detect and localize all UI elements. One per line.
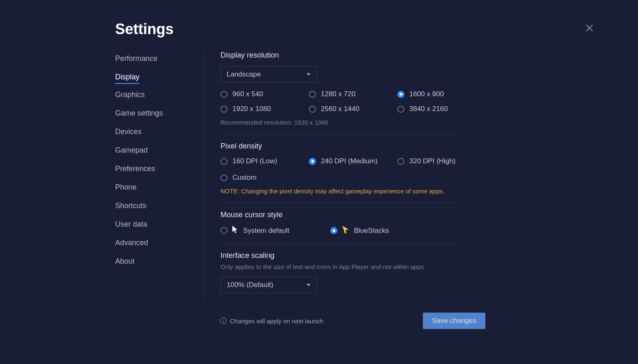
radio-label: 2560 x 1440 xyxy=(321,105,360,113)
radio-label: 1600 x 900 xyxy=(409,90,444,98)
divider xyxy=(220,134,456,134)
radio-icon xyxy=(309,106,316,113)
scaling-section-title: Interface scaling xyxy=(220,251,456,260)
footer-note: i Changes will apply on next launch xyxy=(220,318,323,325)
radio-icon xyxy=(220,106,227,113)
sidebar-item-graphics[interactable]: Graphics xyxy=(115,87,145,102)
sidebar: Performance Display Graphics Game settin… xyxy=(115,51,205,301)
radio-label: 960 x 540 xyxy=(232,90,263,98)
radio-label: 3840 x 2160 xyxy=(409,105,448,113)
radio-label: 320 DPI (High) xyxy=(409,157,455,165)
radio-label: BlueStacks xyxy=(354,227,389,235)
sidebar-item-game-settings[interactable]: Game settings xyxy=(115,106,163,121)
resolution-option-960x540[interactable]: 960 x 540 xyxy=(220,90,309,98)
sidebar-item-advanced[interactable]: Advanced xyxy=(115,235,148,250)
sidebar-item-user-data[interactable]: User data xyxy=(115,217,147,232)
recommended-resolution-hint: Recommended resolution: 1920 x 1080 xyxy=(220,119,456,126)
chevron-down-icon xyxy=(306,284,311,286)
radio-label: 160 DPI (Low) xyxy=(232,157,277,165)
density-option-custom[interactable]: Custom xyxy=(220,174,309,182)
cursor-section-title: Mouse cursor style xyxy=(220,211,456,219)
bluestacks-cursor-icon xyxy=(342,226,349,235)
radio-icon xyxy=(220,174,227,181)
resolution-option-1280x720[interactable]: 1280 x 720 xyxy=(309,90,397,98)
sidebar-item-performance[interactable]: Performance xyxy=(115,51,158,66)
radio-label: 1920 x 1080 xyxy=(232,105,271,113)
scaling-subtitle: Only applies to the size of text and ico… xyxy=(220,263,456,270)
radio-icon xyxy=(397,91,404,98)
info-icon: i xyxy=(220,318,227,324)
resolution-option-1600x900[interactable]: 1600 x 900 xyxy=(397,90,486,98)
sidebar-item-preferences[interactable]: Preferences xyxy=(115,161,155,176)
sidebar-item-phone[interactable]: Phone xyxy=(115,180,137,195)
orientation-selected-value: Landscape xyxy=(227,70,261,79)
resolution-section-title: Display resolution xyxy=(220,51,456,60)
resolution-option-1920x1080[interactable]: 1920 x 1080 xyxy=(220,105,309,113)
cursor-option-bluestacks[interactable]: BlueStacks xyxy=(330,226,389,235)
resolution-option-3840x2160[interactable]: 3840 x 2160 xyxy=(397,105,486,113)
radio-icon xyxy=(309,91,316,98)
divider xyxy=(220,203,456,203)
pixel-density-section-title: Pixel density xyxy=(220,142,456,151)
scaling-selected-value: 100% (Default) xyxy=(227,281,273,289)
density-option-320[interactable]: 320 DPI (High) xyxy=(397,157,486,165)
divider xyxy=(220,243,456,244)
sidebar-item-gamepad[interactable]: Gamepad xyxy=(115,143,148,158)
radio-icon xyxy=(397,106,404,113)
cursor-option-system-default[interactable]: System default xyxy=(220,226,289,235)
radio-icon xyxy=(220,158,227,165)
radio-label: 1280 x 720 xyxy=(321,90,355,98)
orientation-select[interactable]: Landscape xyxy=(220,66,317,83)
radio-label: Custom xyxy=(232,174,257,182)
sidebar-item-display[interactable]: Display xyxy=(115,70,139,84)
sidebar-item-shortcuts[interactable]: Shortcuts xyxy=(115,198,146,213)
chevron-down-icon xyxy=(306,73,311,76)
radio-icon xyxy=(397,158,404,165)
system-cursor-icon xyxy=(232,226,238,235)
radio-icon xyxy=(309,158,316,165)
radio-icon xyxy=(330,227,337,234)
footer-note-text: Changes will apply on next launch xyxy=(230,318,323,325)
density-option-240[interactable]: 240 DPI (Medium) xyxy=(309,157,397,165)
sidebar-item-devices[interactable]: Devices xyxy=(115,124,142,139)
save-changes-button[interactable]: Save changes xyxy=(423,313,485,329)
scaling-select[interactable]: 100% (Default) xyxy=(220,277,317,293)
resolution-option-2560x1440[interactable]: 2560 x 1440 xyxy=(309,105,397,113)
density-option-160[interactable]: 160 DPI (Low) xyxy=(220,157,309,165)
radio-icon xyxy=(220,227,227,234)
radio-icon xyxy=(220,91,227,98)
radio-label: System default xyxy=(243,227,289,235)
sidebar-item-about[interactable]: About xyxy=(115,254,135,269)
density-note: NOTE: Changing the pixel density may aff… xyxy=(220,188,456,195)
page-title: Settings xyxy=(115,21,601,38)
radio-label: 240 DPI (Medium) xyxy=(321,157,378,165)
